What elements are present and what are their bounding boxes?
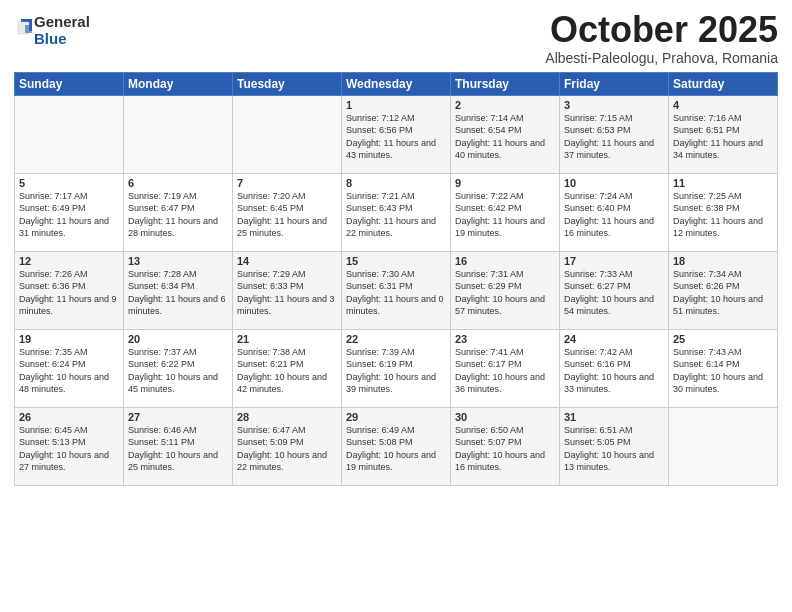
day-number: 16 xyxy=(455,255,555,267)
day-info: Sunrise: 6:50 AM Sunset: 5:07 PM Dayligh… xyxy=(455,424,555,474)
day-number: 5 xyxy=(19,177,119,189)
cell-2-0: 12Sunrise: 7:26 AM Sunset: 6:36 PM Dayli… xyxy=(15,251,124,329)
cell-4-3: 29Sunrise: 6:49 AM Sunset: 5:08 PM Dayli… xyxy=(342,407,451,485)
day-info: Sunrise: 6:47 AM Sunset: 5:09 PM Dayligh… xyxy=(237,424,337,474)
day-number: 25 xyxy=(673,333,773,345)
day-number: 12 xyxy=(19,255,119,267)
logo-general-text: General xyxy=(34,14,90,31)
cell-0-5: 3Sunrise: 7:15 AM Sunset: 6:53 PM Daylig… xyxy=(560,95,669,173)
day-number: 14 xyxy=(237,255,337,267)
cell-2-6: 18Sunrise: 7:34 AM Sunset: 6:26 PM Dayli… xyxy=(669,251,778,329)
cell-1-2: 7Sunrise: 7:20 AM Sunset: 6:45 PM Daylig… xyxy=(233,173,342,251)
week-row-2: 5Sunrise: 7:17 AM Sunset: 6:49 PM Daylig… xyxy=(15,173,778,251)
cell-0-2 xyxy=(233,95,342,173)
cell-3-0: 19Sunrise: 7:35 AM Sunset: 6:24 PM Dayli… xyxy=(15,329,124,407)
col-wednesday: Wednesday xyxy=(342,72,451,95)
day-info: Sunrise: 7:34 AM Sunset: 6:26 PM Dayligh… xyxy=(673,268,773,318)
cell-3-2: 21Sunrise: 7:38 AM Sunset: 6:21 PM Dayli… xyxy=(233,329,342,407)
cell-3-3: 22Sunrise: 7:39 AM Sunset: 6:19 PM Dayli… xyxy=(342,329,451,407)
logo-icon xyxy=(16,17,34,39)
cell-4-2: 28Sunrise: 6:47 AM Sunset: 5:09 PM Dayli… xyxy=(233,407,342,485)
day-number: 2 xyxy=(455,99,555,111)
day-number: 29 xyxy=(346,411,446,423)
title-section: October 2025 Albesti-Paleologu, Prahova,… xyxy=(545,10,778,66)
day-info: Sunrise: 7:17 AM Sunset: 6:49 PM Dayligh… xyxy=(19,190,119,240)
day-info: Sunrise: 6:46 AM Sunset: 5:11 PM Dayligh… xyxy=(128,424,228,474)
day-number: 21 xyxy=(237,333,337,345)
day-number: 31 xyxy=(564,411,664,423)
cell-1-1: 6Sunrise: 7:19 AM Sunset: 6:47 PM Daylig… xyxy=(124,173,233,251)
col-saturday: Saturday xyxy=(669,72,778,95)
day-number: 19 xyxy=(19,333,119,345)
day-number: 8 xyxy=(346,177,446,189)
day-number: 13 xyxy=(128,255,228,267)
cell-4-4: 30Sunrise: 6:50 AM Sunset: 5:07 PM Dayli… xyxy=(451,407,560,485)
cell-3-1: 20Sunrise: 7:37 AM Sunset: 6:22 PM Dayli… xyxy=(124,329,233,407)
week-row-5: 26Sunrise: 6:45 AM Sunset: 5:13 PM Dayli… xyxy=(15,407,778,485)
cell-2-1: 13Sunrise: 7:28 AM Sunset: 6:34 PM Dayli… xyxy=(124,251,233,329)
day-info: Sunrise: 6:49 AM Sunset: 5:08 PM Dayligh… xyxy=(346,424,446,474)
day-number: 6 xyxy=(128,177,228,189)
day-number: 9 xyxy=(455,177,555,189)
day-info: Sunrise: 7:33 AM Sunset: 6:27 PM Dayligh… xyxy=(564,268,664,318)
logo-text: General Blue xyxy=(34,14,90,47)
col-monday: Monday xyxy=(124,72,233,95)
day-info: Sunrise: 7:31 AM Sunset: 6:29 PM Dayligh… xyxy=(455,268,555,318)
month-title: October 2025 xyxy=(545,10,778,50)
cell-2-2: 14Sunrise: 7:29 AM Sunset: 6:33 PM Dayli… xyxy=(233,251,342,329)
location-text: Albesti-Paleologu, Prahova, Romania xyxy=(545,50,778,66)
day-info: Sunrise: 6:51 AM Sunset: 5:05 PM Dayligh… xyxy=(564,424,664,474)
col-friday: Friday xyxy=(560,72,669,95)
day-info: Sunrise: 7:41 AM Sunset: 6:17 PM Dayligh… xyxy=(455,346,555,396)
week-row-1: 1Sunrise: 7:12 AM Sunset: 6:56 PM Daylig… xyxy=(15,95,778,173)
day-info: Sunrise: 7:15 AM Sunset: 6:53 PM Dayligh… xyxy=(564,112,664,162)
day-info: Sunrise: 7:25 AM Sunset: 6:38 PM Dayligh… xyxy=(673,190,773,240)
cell-3-5: 24Sunrise: 7:42 AM Sunset: 6:16 PM Dayli… xyxy=(560,329,669,407)
cell-2-4: 16Sunrise: 7:31 AM Sunset: 6:29 PM Dayli… xyxy=(451,251,560,329)
day-info: Sunrise: 7:12 AM Sunset: 6:56 PM Dayligh… xyxy=(346,112,446,162)
cell-4-5: 31Sunrise: 6:51 AM Sunset: 5:05 PM Dayli… xyxy=(560,407,669,485)
day-info: Sunrise: 7:20 AM Sunset: 6:45 PM Dayligh… xyxy=(237,190,337,240)
logo: General Blue xyxy=(14,14,90,47)
cell-4-0: 26Sunrise: 6:45 AM Sunset: 5:13 PM Dayli… xyxy=(15,407,124,485)
day-number: 23 xyxy=(455,333,555,345)
cell-1-0: 5Sunrise: 7:17 AM Sunset: 6:49 PM Daylig… xyxy=(15,173,124,251)
day-info: Sunrise: 7:39 AM Sunset: 6:19 PM Dayligh… xyxy=(346,346,446,396)
cell-0-1 xyxy=(124,95,233,173)
day-info: Sunrise: 7:38 AM Sunset: 6:21 PM Dayligh… xyxy=(237,346,337,396)
week-row-4: 19Sunrise: 7:35 AM Sunset: 6:24 PM Dayli… xyxy=(15,329,778,407)
logo-blue-text: Blue xyxy=(34,31,90,48)
cell-1-3: 8Sunrise: 7:21 AM Sunset: 6:43 PM Daylig… xyxy=(342,173,451,251)
cell-1-4: 9Sunrise: 7:22 AM Sunset: 6:42 PM Daylig… xyxy=(451,173,560,251)
day-number: 17 xyxy=(564,255,664,267)
day-info: Sunrise: 7:16 AM Sunset: 6:51 PM Dayligh… xyxy=(673,112,773,162)
page: General Blue October 2025 Albesti-Paleol… xyxy=(0,0,792,612)
day-number: 7 xyxy=(237,177,337,189)
day-number: 28 xyxy=(237,411,337,423)
cell-3-4: 23Sunrise: 7:41 AM Sunset: 6:17 PM Dayli… xyxy=(451,329,560,407)
day-number: 20 xyxy=(128,333,228,345)
day-number: 4 xyxy=(673,99,773,111)
day-number: 3 xyxy=(564,99,664,111)
day-number: 1 xyxy=(346,99,446,111)
day-info: Sunrise: 7:24 AM Sunset: 6:40 PM Dayligh… xyxy=(564,190,664,240)
day-info: Sunrise: 7:42 AM Sunset: 6:16 PM Dayligh… xyxy=(564,346,664,396)
day-number: 30 xyxy=(455,411,555,423)
day-info: Sunrise: 7:21 AM Sunset: 6:43 PM Dayligh… xyxy=(346,190,446,240)
day-number: 27 xyxy=(128,411,228,423)
day-info: Sunrise: 7:37 AM Sunset: 6:22 PM Dayligh… xyxy=(128,346,228,396)
col-thursday: Thursday xyxy=(451,72,560,95)
col-tuesday: Tuesday xyxy=(233,72,342,95)
day-info: Sunrise: 7:35 AM Sunset: 6:24 PM Dayligh… xyxy=(19,346,119,396)
day-info: Sunrise: 7:30 AM Sunset: 6:31 PM Dayligh… xyxy=(346,268,446,318)
calendar-header-row: Sunday Monday Tuesday Wednesday Thursday… xyxy=(15,72,778,95)
cell-0-6: 4Sunrise: 7:16 AM Sunset: 6:51 PM Daylig… xyxy=(669,95,778,173)
cell-4-1: 27Sunrise: 6:46 AM Sunset: 5:11 PM Dayli… xyxy=(124,407,233,485)
cell-3-6: 25Sunrise: 7:43 AM Sunset: 6:14 PM Dayli… xyxy=(669,329,778,407)
header: General Blue October 2025 Albesti-Paleol… xyxy=(14,10,778,66)
day-info: Sunrise: 7:14 AM Sunset: 6:54 PM Dayligh… xyxy=(455,112,555,162)
day-info: Sunrise: 7:28 AM Sunset: 6:34 PM Dayligh… xyxy=(128,268,228,318)
cell-1-6: 11Sunrise: 7:25 AM Sunset: 6:38 PM Dayli… xyxy=(669,173,778,251)
cell-1-5: 10Sunrise: 7:24 AM Sunset: 6:40 PM Dayli… xyxy=(560,173,669,251)
day-number: 26 xyxy=(19,411,119,423)
